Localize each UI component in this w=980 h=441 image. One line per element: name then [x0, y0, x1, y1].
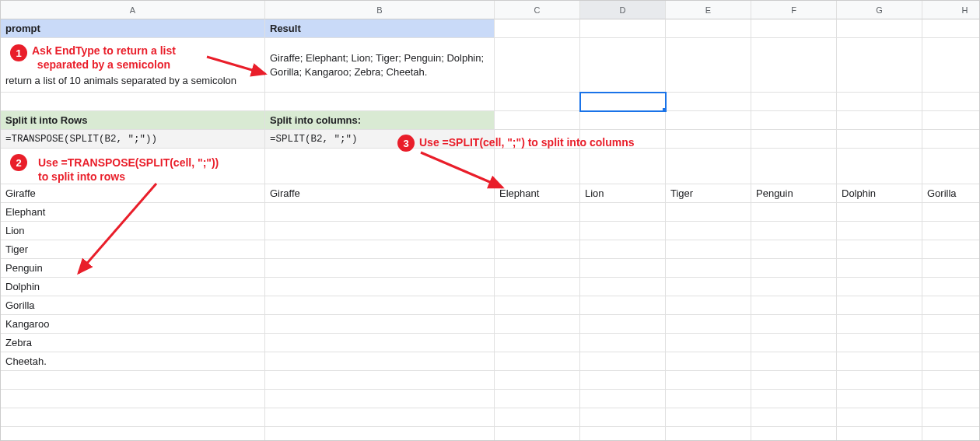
cell-h1[interactable]	[922, 19, 980, 38]
cell-d18[interactable]	[580, 390, 666, 408]
cell-g4[interactable]	[837, 111, 922, 130]
cell-a10[interactable]: Tiger	[1, 240, 265, 259]
cell-a13[interactable]: Gorilla	[1, 296, 265, 315]
cell-a18[interactable]	[1, 390, 265, 408]
cell-b18[interactable]	[265, 390, 495, 408]
cell-h17[interactable]	[922, 371, 980, 390]
cell-b10[interactable]	[265, 240, 495, 259]
col-header-g[interactable]: G	[837, 1, 922, 19]
cell-c13[interactable]	[495, 296, 580, 315]
cell-c15[interactable]	[495, 334, 580, 352]
cell-g14[interactable]	[837, 315, 922, 334]
cell-f5[interactable]	[751, 130, 837, 149]
cell-g16[interactable]	[837, 352, 922, 371]
cell-a6[interactable]	[1, 149, 265, 184]
cell-g11[interactable]	[837, 259, 922, 278]
cell-d12[interactable]	[580, 278, 666, 296]
cell-g10[interactable]	[837, 240, 922, 259]
cell-e16[interactable]	[666, 352, 751, 371]
cell-h6[interactable]	[922, 149, 980, 184]
cell-h4[interactable]	[922, 111, 980, 130]
cell-f19[interactable]	[751, 408, 837, 427]
cell-g17[interactable]	[837, 371, 922, 390]
cell-d7[interactable]: Lion	[580, 184, 666, 203]
cell-a12[interactable]: Dolphin	[1, 278, 265, 296]
cell-c20[interactable]	[495, 427, 580, 441]
cell-d13[interactable]	[580, 296, 666, 315]
cell-a9[interactable]: Lion	[1, 222, 265, 240]
cell-b11[interactable]	[265, 259, 495, 278]
cell-h15[interactable]	[922, 334, 980, 352]
cell-a1[interactable]: prompt	[1, 19, 265, 38]
cell-f1[interactable]	[751, 19, 837, 38]
col-header-d[interactable]: D	[580, 1, 666, 19]
cell-b16[interactable]	[265, 352, 495, 371]
cell-f3[interactable]	[751, 93, 837, 111]
cell-c3[interactable]	[495, 93, 580, 111]
cell-h10[interactable]	[922, 240, 980, 259]
cell-c8[interactable]	[495, 203, 580, 222]
cell-e11[interactable]	[666, 259, 751, 278]
cell-a11[interactable]: Penguin	[1, 259, 265, 278]
cell-c12[interactable]	[495, 278, 580, 296]
cell-d14[interactable]	[580, 315, 666, 334]
cell-e2[interactable]	[666, 38, 751, 93]
cell-g19[interactable]	[837, 408, 922, 427]
col-header-c[interactable]: C	[495, 1, 580, 19]
cell-d15[interactable]	[580, 334, 666, 352]
cell-d4[interactable]	[580, 111, 666, 130]
cell-a2[interactable]: return a list of 10 animals separated by…	[1, 38, 265, 93]
cell-c7[interactable]: Elephant	[495, 184, 580, 203]
cell-d5[interactable]	[580, 130, 666, 149]
cell-b9[interactable]	[265, 222, 495, 240]
cell-g18[interactable]	[837, 390, 922, 408]
cell-f13[interactable]	[751, 296, 837, 315]
cell-a8[interactable]: Elephant	[1, 203, 265, 222]
cell-h13[interactable]	[922, 296, 980, 315]
cell-e19[interactable]	[666, 408, 751, 427]
cell-f2[interactable]	[751, 38, 837, 93]
cell-d9[interactable]	[580, 222, 666, 240]
cell-d8[interactable]	[580, 203, 666, 222]
cell-a4[interactable]: Split it into Rows	[1, 111, 265, 130]
cell-e15[interactable]	[666, 334, 751, 352]
cell-f10[interactable]	[751, 240, 837, 259]
cell-g8[interactable]	[837, 203, 922, 222]
cell-a16[interactable]: Cheetah.	[1, 352, 265, 371]
cell-c6[interactable]	[495, 149, 580, 184]
cell-a19[interactable]	[1, 408, 265, 427]
cell-b6[interactable]	[265, 149, 495, 184]
cell-c18[interactable]	[495, 390, 580, 408]
cell-b2[interactable]: Giraffe; Elephant; Lion; Tiger; Penguin;…	[265, 38, 495, 93]
cell-h12[interactable]	[922, 278, 980, 296]
cell-b14[interactable]	[265, 315, 495, 334]
cell-c10[interactable]	[495, 240, 580, 259]
cell-f20[interactable]	[751, 427, 837, 441]
cell-a5-formula[interactable]: =TRANSPOSE(SPLIT(B2, ";"))	[1, 130, 265, 149]
cell-e6[interactable]	[666, 149, 751, 184]
cell-g9[interactable]	[837, 222, 922, 240]
cell-e9[interactable]	[666, 222, 751, 240]
cell-c11[interactable]	[495, 259, 580, 278]
col-header-a[interactable]: A	[1, 1, 265, 19]
cell-h18[interactable]	[922, 390, 980, 408]
cell-f15[interactable]	[751, 334, 837, 352]
cell-f18[interactable]	[751, 390, 837, 408]
cell-a14[interactable]: Kangaroo	[1, 315, 265, 334]
cell-b13[interactable]	[265, 296, 495, 315]
cell-e18[interactable]	[666, 390, 751, 408]
cell-d19[interactable]	[580, 408, 666, 427]
cell-e20[interactable]	[666, 427, 751, 441]
cell-g6[interactable]	[837, 149, 922, 184]
cell-f17[interactable]	[751, 371, 837, 390]
cell-c2[interactable]	[495, 38, 580, 93]
cell-b8[interactable]	[265, 203, 495, 222]
cell-g20[interactable]	[837, 427, 922, 441]
cell-c4[interactable]	[495, 111, 580, 130]
cell-e1[interactable]	[666, 19, 751, 38]
cell-h8[interactable]	[922, 203, 980, 222]
cell-g1[interactable]	[837, 19, 922, 38]
cell-h19[interactable]	[922, 408, 980, 427]
cell-h14[interactable]	[922, 315, 980, 334]
cell-b17[interactable]	[265, 371, 495, 390]
